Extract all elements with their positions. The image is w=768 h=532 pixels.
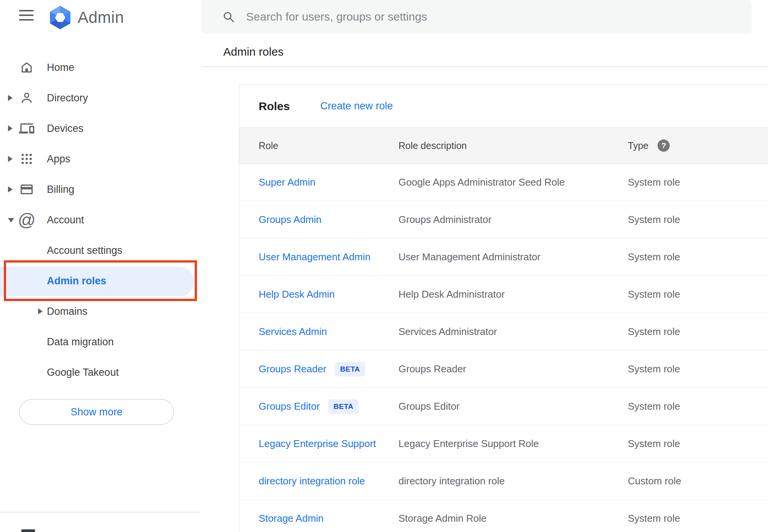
roles-heading: Roles: [259, 100, 290, 113]
search-icon: [222, 10, 235, 25]
role-type: System role: [628, 326, 768, 338]
table-column-headers: Role Role description Type ?: [239, 127, 768, 164]
role-type: System role: [628, 176, 768, 188]
role-type: System role: [628, 438, 768, 450]
role-link[interactable]: directory integration role: [259, 475, 365, 487]
beta-badge: BETA: [328, 399, 358, 414]
beta-badge: BETA: [335, 362, 365, 377]
sidebar-item-label: Apps: [47, 153, 70, 165]
column-header-type: Type: [628, 140, 648, 151]
role-link[interactable]: Help Desk Admin: [259, 288, 334, 300]
table-row: Groups ReaderBETAGroups ReaderSystem rol…: [239, 351, 768, 388]
table-row: Super AdminGoogle Apps Administrator See…: [239, 164, 768, 201]
role-description: Groups Reader: [398, 363, 628, 375]
sidebar-item-label: Data migration: [47, 336, 114, 348]
role-description: Legacy Enterprise Support Role: [398, 438, 628, 450]
page-title: Admin roles: [223, 45, 283, 58]
chevron-right-icon: [8, 186, 13, 192]
sidebar-item-label: Google Takeout: [47, 367, 119, 378]
title-divider: [202, 66, 768, 67]
role-link[interactable]: Groups Editor: [259, 401, 320, 412]
role-link[interactable]: Storage Admin: [259, 513, 324, 524]
role-type: System role: [628, 401, 768, 412]
show-more-button[interactable]: Show more: [19, 399, 174, 425]
sidebar-item-account[interactable]: @Account: [0, 205, 202, 235]
role-description: Help Desk Administrator: [398, 288, 628, 300]
role-description: Groups Administrator: [398, 214, 628, 226]
sidebar-item-devices[interactable]: Devices: [0, 113, 202, 144]
role-description: User Management Administrator: [398, 251, 628, 263]
chevron-down-icon: [8, 218, 14, 223]
table-row: Services AdminServices AdministratorSyst…: [239, 313, 768, 351]
menu-icon[interactable]: [19, 10, 34, 22]
search-input[interactable]: Search for users, groups or settings: [202, 0, 752, 34]
sidebar-divider: [0, 512, 200, 513]
role-link[interactable]: Super Admin: [259, 176, 315, 188]
create-new-role-link[interactable]: Create new role: [320, 100, 393, 112]
sidebar-item-admin-roles[interactable]: Admin roles: [0, 266, 202, 296]
role-type: System role: [628, 214, 768, 226]
sidebar-item-label: Home: [47, 62, 74, 74]
sidebar-item-label: Account: [47, 214, 84, 226]
chevron-right-icon: [8, 95, 13, 101]
role-link[interactable]: Services Admin: [259, 326, 327, 338]
chevron-right-icon: [8, 156, 13, 162]
role-description: directory integration role: [398, 475, 628, 487]
role-description: Services Administrator: [398, 326, 628, 338]
sidebar-item-directory[interactable]: Directory: [0, 83, 202, 113]
sidebar-item-domains[interactable]: Domains: [0, 296, 202, 327]
role-type: System role: [628, 363, 768, 375]
sidebar-item-label: Account settings: [47, 245, 122, 256]
role-type: System role: [628, 513, 768, 524]
table-row: directory integration roledirectory inte…: [239, 463, 768, 500]
sidebar-item-label: Devices: [47, 123, 83, 135]
sidebar-item-account-settings[interactable]: Account settings: [0, 235, 202, 266]
role-description: Storage Admin Role: [398, 513, 628, 524]
role-description: Google Apps Administrator Seed Role: [398, 176, 628, 188]
table-row: Legacy Enterprise SupportLegacy Enterpri…: [239, 425, 768, 463]
sidebar-item-apps[interactable]: Apps: [0, 144, 202, 174]
chevron-right-icon: [38, 308, 43, 314]
roles-panel-header: Roles Create new role: [239, 85, 768, 127]
sidebar-item-label: Billing: [47, 184, 74, 195]
table-row: Groups EditorBETAGroups EditorSystem rol…: [239, 388, 768, 425]
role-type: System role: [628, 251, 768, 263]
sidebar-item-label: Admin roles: [47, 275, 106, 287]
roles-panel: Roles Create new role Role Role descript…: [239, 85, 768, 532]
sidebar-item-label: Domains: [47, 306, 88, 317]
role-link[interactable]: Groups Reader: [259, 363, 326, 375]
table-row: Storage AdminStorage Admin RoleSystem ro…: [239, 500, 768, 532]
column-header-description: Role description: [398, 140, 628, 151]
sidebar-item-billing[interactable]: Billing: [0, 174, 202, 205]
chevron-right-icon: [8, 125, 13, 131]
help-icon[interactable]: ?: [658, 139, 670, 152]
card-icon: [19, 182, 34, 197]
home-icon: [19, 60, 34, 75]
apps-icon: [19, 151, 34, 167]
google-admin-logo-icon[interactable]: [48, 5, 72, 30]
column-header-role: Role: [259, 140, 398, 151]
at-icon: @: [19, 212, 34, 228]
devices-icon: [19, 121, 34, 136]
sidebar-item-data-migration[interactable]: Data migration: [0, 327, 202, 357]
role-link[interactable]: User Management Admin: [259, 251, 370, 263]
sidebar-item-label: Directory: [47, 92, 88, 104]
sidebar-item-home[interactable]: Home: [0, 52, 202, 83]
search-placeholder: Search for users, groups or settings: [246, 0, 427, 34]
sidebar-item-google-takeout[interactable]: Google Takeout: [0, 357, 202, 388]
table-row: Groups AdminGroups AdministratorSystem r…: [239, 201, 768, 239]
roles-table-body: Super AdminGoogle Apps Administrator See…: [239, 164, 768, 532]
role-link[interactable]: Groups Admin: [259, 214, 322, 226]
role-link[interactable]: Legacy Enterprise Support: [259, 438, 376, 450]
role-type: Custom role: [628, 475, 768, 487]
role-description: Groups Editor: [398, 401, 628, 412]
role-type: System role: [628, 288, 768, 300]
app-title: Admin: [78, 8, 124, 27]
table-row: User Management AdminUser Management Adm…: [239, 239, 768, 276]
cut-off-icon: [21, 529, 35, 532]
table-row: Help Desk AdminHelp Desk AdministratorSy…: [239, 276, 768, 313]
sidebar-nav: HomeDirectoryDevicesAppsBilling@AccountA…: [0, 52, 202, 388]
person-icon: [19, 90, 34, 106]
